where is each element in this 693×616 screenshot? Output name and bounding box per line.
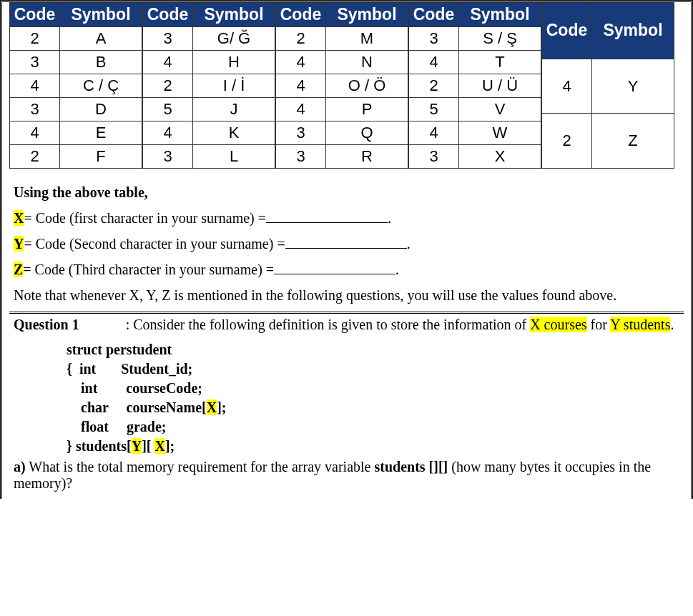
x-var-struct: X bbox=[207, 399, 217, 415]
cell-symbol: E bbox=[60, 121, 142, 145]
cell-code: 5 bbox=[409, 98, 459, 121]
th-code: Code bbox=[10, 3, 60, 27]
cell-symbol: I / İ bbox=[193, 74, 275, 98]
parta-text: What is the total memory requirement for… bbox=[26, 459, 375, 475]
x-text: = Code (first character in your surname)… bbox=[24, 210, 266, 226]
cell-symbol: N bbox=[326, 51, 408, 74]
document-page: CodeSymbol 2A 3B 4C / Ç 3D 4E 2F CodeSym… bbox=[0, 0, 693, 499]
cell-code: 4 bbox=[276, 51, 326, 74]
cell-symbol: K bbox=[193, 121, 275, 145]
th-symbol: Symbol bbox=[193, 3, 275, 27]
cell-code: 2 bbox=[409, 74, 459, 98]
struct-line: { int Student_id; bbox=[67, 361, 192, 377]
x-definition: X= Code (first character in your surname… bbox=[9, 207, 684, 229]
cell-code: 4 bbox=[409, 51, 459, 74]
cell-code: 4 bbox=[143, 121, 193, 145]
cell-code: 3 bbox=[276, 121, 326, 145]
cell-symbol: B bbox=[60, 51, 142, 74]
cell-symbol: O / Ö bbox=[326, 74, 408, 98]
struct-line: ][ bbox=[142, 438, 154, 454]
cell-symbol: D bbox=[60, 98, 142, 121]
cell-symbol: G/ Ğ bbox=[193, 27, 275, 51]
cell-symbol: Y bbox=[592, 59, 674, 114]
table-col-4: CodeSymbol 3S / Ş 4T 2U / Ü 5V 4W 3X bbox=[408, 2, 541, 169]
cell-code: 4 bbox=[409, 121, 459, 145]
cell-symbol: P bbox=[326, 98, 408, 121]
cell-code: 3 bbox=[409, 27, 459, 51]
cell-code: 2 bbox=[542, 114, 592, 169]
y-var-struct: Y bbox=[132, 438, 142, 454]
struct-line: ]; bbox=[217, 399, 226, 415]
cell-symbol: M bbox=[326, 27, 408, 51]
x-courses: X courses bbox=[530, 317, 586, 332]
y-students: Y students bbox=[610, 317, 670, 332]
cell-symbol: L bbox=[193, 145, 275, 169]
using-above-table: Using the above table, bbox=[9, 182, 684, 203]
struct-line: char courseName[ bbox=[67, 399, 207, 415]
th-symbol: Symbol bbox=[60, 3, 142, 27]
struct-line: struct perstudent bbox=[67, 342, 172, 357]
th-symbol: Symbol bbox=[592, 3, 674, 59]
blank-line bbox=[266, 208, 388, 223]
cell-code: 4 bbox=[10, 74, 60, 98]
cell-symbol: V bbox=[459, 98, 541, 121]
z-var: Z bbox=[14, 262, 23, 277]
cell-symbol: C / Ç bbox=[60, 74, 142, 98]
struct-line: float grade; bbox=[67, 419, 166, 434]
cell-code: 4 bbox=[143, 51, 193, 74]
cell-symbol: T bbox=[459, 51, 541, 74]
cell-symbol: A bbox=[60, 27, 142, 51]
cell-code: 5 bbox=[143, 98, 193, 121]
cell-symbol: Z bbox=[592, 114, 674, 169]
cell-symbol: Q bbox=[326, 121, 408, 145]
table-col-3: CodeSymbol 2M 4N 4O / Ö 4P 3Q 3R bbox=[275, 2, 408, 169]
cell-code: 2 bbox=[276, 27, 326, 51]
cell-code: 4 bbox=[276, 98, 326, 121]
cell-symbol: U / Ü bbox=[459, 74, 541, 98]
cell-symbol: X bbox=[459, 145, 541, 169]
cell-code: 3 bbox=[143, 145, 193, 169]
th-symbol: Symbol bbox=[459, 3, 541, 27]
th-symbol: Symbol bbox=[326, 3, 408, 27]
cell-code: 2 bbox=[143, 74, 193, 98]
cell-symbol: W bbox=[459, 121, 541, 145]
struct-line: int courseCode; bbox=[67, 380, 202, 396]
cell-code: 3 bbox=[276, 145, 326, 169]
question-label: Question 1 bbox=[14, 317, 79, 332]
th-code: Code bbox=[409, 3, 459, 27]
cell-symbol: F bbox=[60, 145, 142, 169]
cell-symbol: H bbox=[193, 51, 275, 74]
y-var: Y bbox=[14, 236, 24, 252]
cell-symbol: J bbox=[193, 98, 275, 121]
th-code: Code bbox=[143, 3, 193, 27]
table-col-2: CodeSymbol 3G/ Ğ 4H 2I / İ 5J 4K 3L bbox=[142, 2, 275, 169]
th-code: Code bbox=[542, 3, 592, 59]
cell-code: 2 bbox=[10, 145, 60, 169]
for-text: for bbox=[587, 317, 611, 332]
cell-symbol: R bbox=[326, 145, 408, 169]
blank-line bbox=[274, 259, 395, 274]
note-text: Note that whenever X, Y, Z is mentioned … bbox=[9, 284, 684, 306]
code-symbol-table: CodeSymbol 2A 3B 4C / Ç 3D 4E 2F CodeSym… bbox=[9, 2, 684, 169]
table-col-1: CodeSymbol 2A 3B 4C / Ç 3D 4E 2F bbox=[9, 2, 142, 169]
blank-line bbox=[285, 234, 407, 249]
z-text: = Code (Third character in your surname)… bbox=[23, 262, 274, 277]
cell-code: 4 bbox=[10, 121, 60, 145]
cell-code: 3 bbox=[143, 27, 193, 51]
x-var: X bbox=[14, 210, 24, 226]
cell-code: 4 bbox=[276, 74, 326, 98]
cell-code: 3 bbox=[10, 98, 60, 121]
dot: . bbox=[395, 262, 399, 277]
divider bbox=[9, 312, 684, 314]
end-dot: . bbox=[670, 317, 674, 332]
dot: . bbox=[388, 210, 391, 226]
x-var-struct-2: X bbox=[154, 438, 164, 454]
question-1: Question 1 : Consider the following defi… bbox=[9, 317, 684, 333]
question-text: : Consider the following definition is g… bbox=[126, 317, 530, 332]
cell-code: 2 bbox=[10, 27, 60, 51]
cell-code: 3 bbox=[10, 51, 60, 74]
struct-line: ]; bbox=[165, 438, 175, 454]
th-code: Code bbox=[276, 3, 326, 27]
question-1a: a) What is the total memory requirement … bbox=[9, 459, 684, 492]
struct-definition: struct perstudent { int Student_id; int … bbox=[9, 340, 684, 456]
